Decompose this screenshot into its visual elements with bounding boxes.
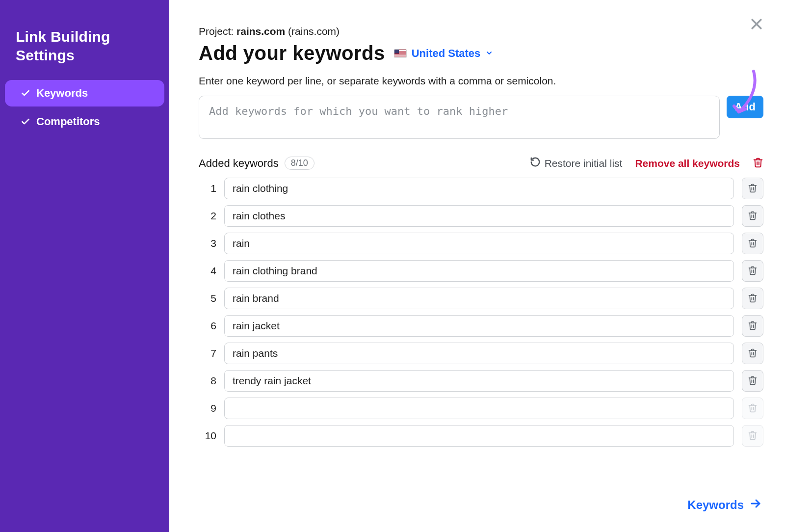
trash-icon [748,320,758,332]
sidebar: Link Building Settings Keywords Competit… [0,0,169,532]
row-number: 5 [199,293,216,304]
keyword-input[interactable] [224,260,734,282]
keyword-input[interactable] [224,178,734,199]
sidebar-item-keywords[interactable]: Keywords [5,80,164,106]
undo-icon [530,157,541,170]
delete-keyword-button [742,425,763,447]
trash-icon [748,238,758,249]
keyword-input[interactable] [224,205,734,227]
keyword-row: 1 [199,178,763,199]
remove-all-keywords[interactable]: Remove all keywords [635,158,740,169]
delete-keyword-button[interactable] [742,315,763,337]
keyword-input[interactable] [224,370,734,392]
trash-icon [748,375,758,387]
keyword-row: 5 [199,288,763,309]
row-number: 3 [199,238,216,249]
close-icon [749,17,764,33]
keyword-input[interactable] [224,315,734,337]
trash-icon [748,266,758,277]
instructions-text: Enter one keyword per line, or separate … [199,75,763,87]
delete-keyword-button[interactable] [742,205,763,227]
delete-keyword-button[interactable] [742,233,763,254]
sidebar-item-competitors[interactable]: Competitors [5,108,164,135]
chevron-down-icon [485,47,493,60]
us-flag-icon [394,49,407,58]
keyword-rows: 12345678910 [199,178,763,447]
country-label: United States [412,47,481,60]
trash-icon [748,293,758,304]
keyword-input[interactable] [224,288,734,309]
keyword-row: 10 [199,425,763,447]
row-number: 6 [199,320,216,332]
keywords-textarea[interactable] [199,96,720,139]
next-step-label: Keywords [687,498,744,512]
restore-initial-list[interactable]: Restore initial list [530,157,623,170]
main: Project: rains.com (rains.com) Add your … [169,0,785,532]
row-number: 1 [199,183,216,194]
delete-keyword-button[interactable] [742,288,763,309]
country-picker[interactable]: United States [394,47,494,60]
project-domain: (rains.com) [288,26,340,37]
row-number: 9 [199,402,216,414]
trash-icon [748,403,758,414]
keyword-row: 8 [199,370,763,392]
delete-keyword-button[interactable] [742,178,763,199]
restore-label: Restore initial list [545,158,623,169]
check-icon [21,117,30,127]
keyword-input[interactable] [224,233,734,254]
row-number: 7 [199,347,216,359]
keyword-row: 4 [199,260,763,282]
row-number: 10 [199,430,216,442]
remove-all-icon[interactable] [753,157,763,170]
keyword-input[interactable] [224,425,734,447]
row-number: 8 [199,375,216,387]
sidebar-item-label: Competitors [36,115,100,128]
trash-icon [748,211,758,222]
keyword-row: 2 [199,205,763,227]
add-button[interactable]: Add [727,96,763,118]
sidebar-title: Link Building Settings [0,27,169,78]
check-icon [21,88,30,98]
added-keywords-title: Added keywords [199,157,279,170]
trash-icon [748,183,758,194]
trash-icon [748,430,758,442]
project-name: rains.com [236,26,285,37]
delete-keyword-button[interactable] [742,343,763,364]
keyword-input[interactable] [224,343,734,364]
sidebar-item-label: Keywords [36,87,88,100]
keyword-row: 9 [199,398,763,419]
next-step-link[interactable]: Keywords [687,498,761,512]
project-prefix: Project: [199,26,236,37]
delete-keyword-button[interactable] [742,370,763,392]
keyword-row: 7 [199,343,763,364]
keyword-row: 6 [199,315,763,337]
row-number: 4 [199,265,216,277]
delete-keyword-button[interactable] [742,260,763,282]
trash-icon [748,348,758,359]
page-title: Add your keywords [199,42,385,64]
arrow-right-icon [750,498,761,512]
added-count-badge: 8/10 [285,157,314,170]
keyword-input[interactable] [224,398,734,419]
project-line: Project: rains.com (rains.com) [199,26,763,37]
delete-keyword-button [742,398,763,419]
row-number: 2 [199,210,216,222]
keyword-row: 3 [199,233,763,254]
close-button[interactable] [746,14,767,35]
